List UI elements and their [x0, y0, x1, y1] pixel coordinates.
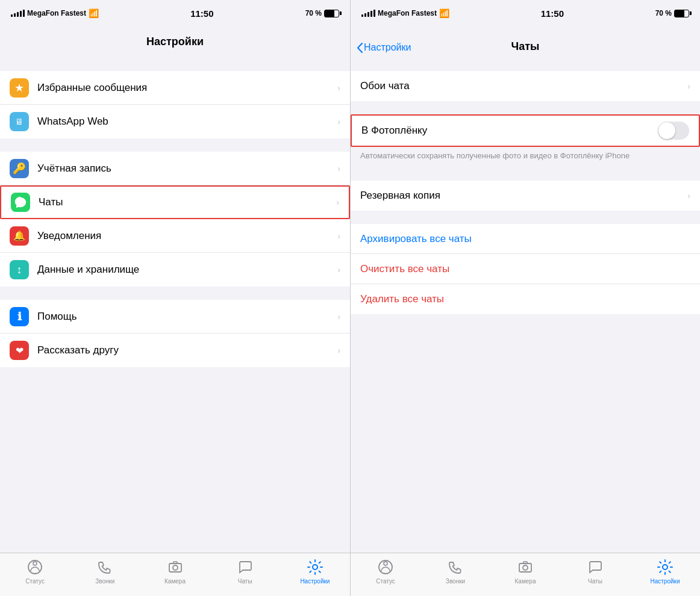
tab-settings-right[interactable]: Настройки: [630, 558, 700, 585]
backup-label: Резервная копия: [360, 190, 687, 202]
signal-bars-right: [361, 10, 375, 17]
section-block-3: ℹ Помощь › ❤ Рассказать другу ›: [0, 300, 350, 367]
svg-point-8: [523, 565, 528, 570]
svg-point-4: [313, 565, 317, 570]
section-actions: Архивировать все чаты Очистить все чаты …: [351, 224, 700, 314]
starred-icon: ★: [10, 78, 29, 98]
settings-tab-icon-left: [306, 558, 324, 576]
section-gap-3: [0, 287, 350, 300]
status-bar-right: MegaFon Fastest 📶 11:50 70 %: [351, 0, 700, 26]
row-chats[interactable]: Чаты ›: [0, 185, 350, 219]
wallpaper-chevron: ›: [687, 81, 690, 91]
battery-icon-right: [674, 10, 689, 17]
section-save-to-camera: В Фотоплёнку Автоматически сохранять пол…: [351, 114, 700, 167]
tab-status-right[interactable]: Статус: [351, 558, 420, 585]
signal-right: MegaFon Fastest 📶: [361, 8, 449, 18]
section-gap-2: [0, 138, 350, 152]
tab-chats-label-left: Чаты: [238, 578, 252, 585]
delete-all-label: Удалить все чаты: [360, 293, 444, 305]
carrier-left: MegaFon Fastest: [27, 9, 86, 17]
battery-pct-left: 70 %: [305, 9, 322, 17]
battery-icon-left: [324, 10, 339, 17]
save-to-camera-subtext: Автоматически сохранять полученные фото …: [351, 147, 700, 167]
section-block-2: 🔑 Учётная запись › Чаты › 🔔 Уведомления: [0, 152, 350, 287]
right-panel: MegaFon Fastest 📶 11:50 70 % Настройки Ч…: [350, 0, 700, 596]
signal-left: MegaFon Fastest 📶: [11, 8, 99, 18]
calls-icon-right: [446, 558, 464, 576]
tab-camera-label-right: Камера: [515, 578, 536, 585]
data-chevron: ›: [337, 265, 340, 275]
section-gap-4: [0, 367, 350, 380]
signal-bars-left: [11, 10, 25, 17]
notifications-icon: 🔔: [10, 226, 29, 246]
notifications-label: Уведомления: [37, 230, 333, 242]
row-data[interactable]: ↕ Данные и хранилище ›: [0, 253, 350, 287]
starred-chevron: ›: [337, 83, 340, 93]
chats-tab-icon-right: [586, 558, 604, 576]
whatsapp-web-icon: 🖥: [10, 112, 29, 131]
svg-rect-2: [169, 563, 181, 572]
tab-calls-label-right: Звонки: [446, 578, 465, 585]
starred-label: Избранные сообщения: [37, 82, 333, 94]
account-icon: 🔑: [10, 159, 29, 178]
row-chat-wallpaper[interactable]: Обои чата ›: [351, 71, 700, 101]
tab-calls-label-left: Звонки: [95, 578, 114, 585]
tab-camera-left[interactable]: Камера: [140, 558, 210, 585]
tab-calls-right[interactable]: Звонки: [420, 558, 490, 585]
help-icon: ℹ: [10, 307, 29, 326]
status-icon-right: [377, 558, 395, 576]
row-tell-friend[interactable]: ❤ Рассказать другу ›: [0, 334, 350, 367]
row-backup[interactable]: Резервная копия ›: [351, 181, 700, 211]
wallpaper-label: Обои чата: [360, 80, 687, 92]
time-right: 11:50: [541, 8, 564, 19]
row-delete-all[interactable]: Удалить все чаты: [351, 284, 700, 314]
tab-chats-left[interactable]: Чаты: [210, 558, 280, 585]
tab-settings-label-right: Настройки: [650, 578, 680, 585]
section-gap-1: [0, 58, 350, 71]
camera-icon-right: [516, 558, 534, 576]
wifi-left: 📶: [89, 8, 99, 18]
back-button[interactable]: Настройки: [357, 42, 411, 53]
row-starred[interactable]: ★ Избранные сообщения ›: [0, 71, 350, 105]
chats-icon: [11, 193, 30, 212]
status-icon-left: [26, 558, 44, 576]
tab-chats-right[interactable]: Чаты: [560, 558, 630, 585]
row-help[interactable]: ℹ Помощь ›: [0, 300, 350, 334]
battery-fill-left: [325, 10, 334, 17]
section-gap-r3: [351, 167, 700, 181]
tell-friend-label: Рассказать другу: [37, 344, 333, 356]
row-clear-all[interactable]: Очистить все чаты: [351, 254, 700, 284]
row-account[interactable]: 🔑 Учётная запись ›: [0, 152, 350, 185]
left-panel: MegaFon Fastest 📶 11:50 70 % Настройки ★…: [0, 0, 350, 596]
save-to-camera-toggle[interactable]: [658, 122, 689, 140]
tab-calls-left[interactable]: Звонки: [70, 558, 140, 585]
row-whatsapp-web[interactable]: 🖥 WhatsApp Web ›: [0, 105, 350, 138]
data-icon: ↕: [10, 260, 29, 279]
row-notifications[interactable]: 🔔 Уведомления ›: [0, 219, 350, 253]
battery-fill-right: [675, 10, 684, 17]
backup-chevron: ›: [687, 191, 690, 200]
section-backup: Резервная копия ›: [351, 181, 700, 211]
carrier-right: MegaFon Fastest: [378, 9, 437, 17]
svg-rect-7: [519, 563, 531, 572]
toggle-knob: [658, 122, 675, 139]
tab-settings-left[interactable]: Настройки: [280, 558, 350, 585]
section-gap-r1: [351, 58, 700, 71]
battery-area-left: 70 %: [305, 9, 339, 17]
archive-all-label: Архивировать все чаты: [360, 233, 472, 245]
tab-camera-right[interactable]: Камера: [490, 558, 560, 585]
section-gap-r5: [351, 314, 700, 327]
calls-icon-left: [96, 558, 114, 576]
tab-bar-left: Статус Звонки Камера: [0, 553, 350, 596]
row-save-to-camera-roll[interactable]: В Фотоплёнку: [351, 114, 700, 147]
tab-chats-label-right: Чаты: [588, 578, 602, 585]
row-archive-all[interactable]: Архивировать все чаты: [351, 224, 700, 254]
notifications-chevron: ›: [337, 231, 340, 241]
nav-header-right: Настройки Чаты: [351, 26, 700, 58]
battery-area-right: 70 %: [655, 9, 689, 17]
tab-status-left[interactable]: Статус: [0, 558, 70, 585]
chats-settings-content: Обои чата › В Фотоплёнку Автоматически с…: [351, 58, 700, 553]
tell-friend-chevron: ›: [337, 346, 340, 355]
section-wallpaper: Обои чата ›: [351, 71, 700, 101]
tab-settings-label-left: Настройки: [300, 578, 330, 585]
